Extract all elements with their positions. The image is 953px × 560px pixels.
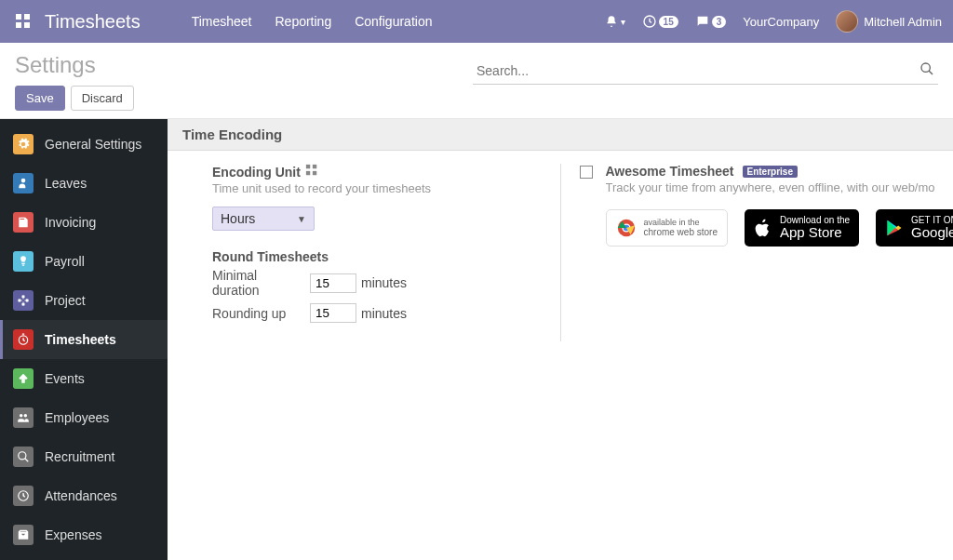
sidebar-item-label: Leaves	[45, 176, 87, 191]
notifications-menu[interactable]: ▾	[605, 15, 625, 28]
avatar	[836, 10, 858, 33]
save-button[interactable]: Save	[15, 86, 65, 111]
google-play-icon	[885, 218, 904, 238]
apple-icon	[754, 217, 772, 239]
svg-rect-0	[16, 14, 21, 20]
caret-down-icon: ▼	[297, 214, 306, 224]
company-switcher[interactable]: YourCompany	[743, 15, 819, 29]
svg-point-10	[19, 452, 26, 460]
sidebar-item-label: Payroll	[45, 254, 85, 269]
main-navbar: Timesheets Timesheet Reporting Configura…	[0, 0, 953, 43]
main-menu: Timesheet Reporting Configuration	[192, 14, 433, 29]
user-name: Mitchell Admin	[864, 15, 942, 29]
encoding-unit-select[interactable]: Hours ▼	[212, 207, 315, 231]
minimal-duration-label: Minimal duration	[212, 268, 305, 298]
settings-content: Time Encoding Encoding Unit Time unit us…	[168, 119, 953, 560]
menu-reporting[interactable]: Reporting	[275, 14, 331, 29]
sidebar-item-invoicing[interactable]: Invoicing	[0, 203, 168, 242]
sidebar-icon	[13, 290, 34, 311]
sidebar-item-project[interactable]: Project	[0, 281, 168, 320]
chrome-icon	[616, 218, 637, 238]
sidebar-item-label: General Settings	[45, 137, 141, 152]
sidebar-item-label: Invoicing	[45, 215, 96, 230]
section-title-time-encoding: Time Encoding	[168, 119, 953, 151]
sidebar-icon	[13, 251, 34, 272]
activities-menu[interactable]: 15	[642, 14, 678, 29]
sidebar-item-attendances[interactable]: Attendances	[0, 476, 168, 515]
menu-configuration[interactable]: Configuration	[355, 14, 432, 29]
awesome-desc: Track your time from anywhere, even offl…	[606, 180, 935, 194]
sidebar-icon	[13, 212, 34, 233]
svg-point-5	[921, 63, 930, 72]
sidebar-item-label: Employees	[45, 410, 109, 425]
menu-timesheet[interactable]: Timesheet	[192, 14, 252, 29]
user-menu[interactable]: Mitchell Admin	[836, 10, 942, 33]
svg-point-8	[20, 414, 23, 418]
round-title: Round Timesheets	[212, 249, 542, 264]
setting-round-timesheets: Round Timesheets Minimal duration minute…	[186, 249, 542, 323]
rounding-up-label: Rounding up	[212, 306, 305, 321]
sidebar-item-employees[interactable]: Employees	[0, 398, 168, 437]
activities-badge: 15	[659, 16, 678, 28]
sidebar-icon	[13, 173, 34, 193]
sidebar-item-timesheets[interactable]: Timesheets	[0, 320, 168, 359]
google-play-button[interactable]: GET IT ONGoogle play	[876, 209, 953, 247]
discard-button[interactable]: Discard	[71, 86, 134, 111]
sidebar-icon	[13, 486, 34, 506]
sidebar-item-recruitment[interactable]: Recruitment	[0, 437, 168, 476]
sidebar-item-events[interactable]: Events	[0, 359, 168, 398]
sidebar-item-label: Project	[45, 293, 86, 308]
search-container	[473, 58, 938, 85]
page-title: Settings	[15, 52, 134, 78]
messages-badge: 3	[712, 16, 727, 28]
sidebar-icon	[13, 368, 34, 389]
app-brand[interactable]: Timesheets	[45, 11, 141, 33]
search-icon[interactable]	[919, 61, 934, 79]
svg-point-6	[21, 179, 26, 183]
sidebar-item-label: Recruitment	[45, 449, 114, 464]
sidebar-item-expenses[interactable]: Expenses	[0, 515, 168, 554]
sidebar-item-label: Attendances	[45, 488, 117, 503]
rounding-up-input[interactable]	[310, 303, 356, 323]
svg-rect-15	[313, 171, 316, 175]
sidebar-item-label: Events	[45, 371, 85, 386]
sidebar-item-label: Expenses	[45, 527, 101, 542]
sidebar-icon	[13, 525, 34, 545]
svg-rect-13	[313, 165, 316, 168]
minimal-duration-unit: minutes	[361, 275, 407, 290]
sidebar-item-label: Timesheets	[45, 332, 116, 347]
setting-awesome-timesheet: Awesome Timesheet Enterprise Track your …	[580, 164, 935, 247]
apps-icon[interactable]	[11, 9, 35, 33]
app-store-button[interactable]: Download on theApp Store	[745, 209, 859, 247]
svg-rect-2	[16, 22, 21, 28]
grid-view-icon[interactable]	[305, 164, 318, 180]
svg-rect-1	[24, 14, 30, 20]
control-panel: Settings Save Discard	[0, 43, 953, 119]
chrome-store-button[interactable]: available in thechrome web store	[606, 209, 728, 247]
enterprise-tag: Enterprise	[743, 166, 798, 178]
messaging-menu[interactable]: 3	[695, 14, 727, 29]
search-input[interactable]	[473, 58, 938, 85]
bell-icon	[605, 15, 618, 28]
awesome-checkbox[interactable]	[580, 166, 593, 179]
awesome-title: Awesome Timesheet	[606, 164, 734, 179]
settings-sidebar: General SettingsLeavesInvoicingPayrollPr…	[0, 119, 168, 560]
svg-rect-3	[24, 22, 30, 28]
sidebar-icon	[13, 134, 34, 154]
svg-point-9	[24, 414, 27, 418]
chat-icon	[695, 14, 710, 29]
sidebar-icon	[13, 329, 34, 350]
minimal-duration-input[interactable]	[310, 273, 356, 293]
clock-icon	[642, 14, 657, 29]
rounding-up-unit: minutes	[361, 306, 407, 321]
svg-rect-14	[306, 171, 310, 175]
sidebar-item-payroll[interactable]: Payroll	[0, 242, 168, 281]
sidebar-item-leaves[interactable]: Leaves	[0, 164, 168, 203]
encoding-unit-desc: Time unit used to record your timesheets	[212, 181, 542, 195]
encoding-unit-title: Encoding Unit	[212, 165, 301, 180]
svg-rect-12	[306, 165, 310, 168]
sidebar-item-general-settings[interactable]: General Settings	[0, 125, 168, 164]
sidebar-icon	[13, 447, 34, 467]
sidebar-icon	[13, 407, 34, 428]
caret-down-icon: ▾	[621, 17, 625, 27]
